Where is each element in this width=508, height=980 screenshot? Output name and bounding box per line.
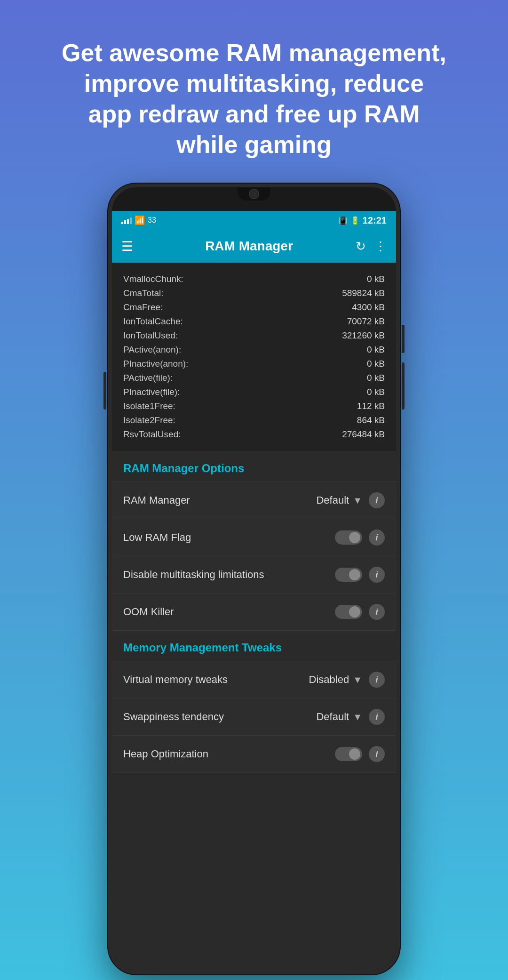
dropdown-value: Default (316, 711, 349, 723)
hamburger-button[interactable]: ☰ (121, 239, 133, 254)
ram-info-value: 70072 kB (347, 316, 385, 327)
status-left: 📶 33 (121, 215, 156, 225)
ram-options-section: RAM Manager Options RAM ManagerDefault▼i… (112, 451, 396, 631)
dropdown-control[interactable]: Default▼ (316, 711, 362, 723)
option-control: Disabled▼i (309, 672, 385, 688)
ram-info-value: 112 kB (357, 401, 385, 411)
ram-info-row: PInactive(file):0 kB (123, 385, 385, 399)
network-label: 33 (148, 216, 156, 225)
toggle-switch[interactable] (335, 747, 362, 761)
option-control: i (335, 604, 385, 620)
more-options-button[interactable]: ⋮ (374, 239, 387, 254)
memory-tweaks-header: Memory Management Tweaks (112, 631, 396, 661)
option-row: OOM Killeri (112, 594, 396, 630)
phone-content: VmallocChunk:0 kBCmaTotal:589824 kBCmaFr… (112, 263, 396, 971)
ram-info-label: PInactive(file): (123, 387, 217, 397)
status-right: 📳 🔋 12:21 (338, 215, 387, 226)
ram-info-row: CmaTotal:589824 kB (123, 286, 385, 300)
ram-info-label: CmaTotal: (123, 288, 217, 298)
option-label: Low RAM Flag (123, 531, 335, 544)
option-row: Swappiness tendencyDefault▼i (112, 699, 396, 736)
toggle-switch[interactable] (335, 530, 362, 545)
ram-info-value: 321260 kB (342, 330, 385, 341)
option-row: Low RAM Flagi (112, 519, 396, 556)
info-button[interactable]: i (369, 604, 385, 620)
ram-info-row: Isolate2Free:864 kB (123, 413, 385, 427)
dropdown-value: Default (316, 494, 349, 506)
ram-info-value: 0 kB (367, 387, 385, 397)
ram-info-row: IonTotalUsed:321260 kB (123, 329, 385, 343)
chevron-down-icon: ▼ (353, 675, 362, 685)
ram-info-label: VmallocChunk: (123, 274, 217, 284)
info-button[interactable]: i (369, 709, 385, 725)
memory-tweaks-title: Memory Management Tweaks (123, 641, 282, 654)
side-button-right-bottom (402, 362, 405, 410)
ram-options-header: RAM Manager Options (112, 451, 396, 482)
ram-info-row: PInactive(anon):0 kB (123, 357, 385, 371)
info-button[interactable]: i (369, 530, 385, 546)
option-control: Default▼i (316, 709, 385, 725)
status-bar: 📶 33 📳 🔋 12:21 (112, 211, 396, 230)
ram-info-section: VmallocChunk:0 kBCmaTotal:589824 kBCmaFr… (112, 263, 396, 451)
ram-info-label: RsvTotalUsed: (123, 429, 217, 440)
info-button[interactable]: i (369, 567, 385, 583)
ram-info-label: PInactive(anon): (123, 359, 217, 369)
option-label: OOM Killer (123, 606, 335, 618)
phone-wrapper: 📶 33 📳 🔋 12:21 ☰ RAM Manager ↻ ⋮ Vmalloc… (108, 184, 400, 980)
ram-info-row: PActive(file):0 kB (123, 371, 385, 385)
ram-info-row: RsvTotalUsed:276484 kB (123, 427, 385, 442)
app-title: RAM Manager (143, 239, 356, 254)
toggle-switch[interactable] (335, 568, 362, 582)
ram-info-value: 0 kB (367, 359, 385, 369)
toggle-knob (349, 569, 360, 580)
info-button[interactable]: i (369, 492, 385, 508)
option-row: Virtual memory tweaksDisabled▼i (112, 661, 396, 699)
option-control: Default▼i (316, 492, 385, 508)
option-row: Heap Optimizationi (112, 736, 396, 772)
ram-options-list: RAM ManagerDefault▼iLow RAM FlagiDisable… (112, 482, 396, 631)
toggle-knob (349, 748, 360, 760)
option-label: Disable multitasking limitations (123, 569, 335, 581)
option-control: i (335, 567, 385, 583)
option-label: RAM Manager (123, 494, 316, 506)
info-button[interactable]: i (369, 746, 385, 762)
memory-tweaks-list: Virtual memory tweaksDisabled▼iSwappines… (112, 661, 396, 773)
camera-lens (249, 189, 259, 199)
dropdown-control[interactable]: Default▼ (316, 494, 362, 506)
dropdown-control[interactable]: Disabled▼ (309, 674, 362, 686)
toggle-switch[interactable] (335, 605, 362, 619)
option-label: Virtual memory tweaks (123, 674, 309, 686)
ram-info-row: VmallocChunk:0 kB (123, 272, 385, 286)
toggle-knob (349, 532, 360, 543)
ram-info-value: 0 kB (367, 345, 385, 355)
ram-info-value: 0 kB (367, 274, 385, 284)
chevron-down-icon: ▼ (353, 712, 362, 723)
ram-info-label: PActive(anon): (123, 345, 217, 355)
ram-info-label: PActive(file): (123, 373, 217, 383)
ram-info-value: 0 kB (367, 373, 385, 383)
ram-info-row: PActive(anon):0 kB (123, 343, 385, 357)
option-row: RAM ManagerDefault▼i (112, 482, 396, 519)
refresh-button[interactable]: ↻ (356, 239, 366, 254)
info-button[interactable]: i (369, 672, 385, 688)
app-bar: ☰ RAM Manager ↻ ⋮ (112, 230, 396, 263)
dropdown-value: Disabled (309, 674, 349, 686)
ram-info-value: 864 kB (357, 415, 385, 426)
hero-text: Get awesome RAM management, improve mult… (33, 19, 475, 174)
ram-info-value: 4300 kB (352, 302, 385, 313)
signal-bars (121, 217, 132, 224)
ram-info-value: 589824 kB (342, 288, 385, 298)
option-label: Heap Optimization (123, 748, 335, 760)
hero-section: Get awesome RAM management, improve mult… (0, 0, 508, 184)
ram-info-label: CmaFree: (123, 302, 217, 313)
side-button-left (103, 372, 106, 410)
vibrate-icon: 📳 (338, 216, 348, 225)
side-button-right-top (402, 325, 405, 353)
option-label: Swappiness tendency (123, 711, 316, 723)
chevron-down-icon: ▼ (353, 495, 362, 506)
ram-info-label: IonTotalUsed: (123, 330, 217, 341)
ram-info-label: IonTotalCache: (123, 316, 217, 327)
ram-info-row: CmaFree:4300 kB (123, 300, 385, 314)
option-control: i (335, 746, 385, 762)
ram-info-label: Isolate2Free: (123, 415, 217, 426)
